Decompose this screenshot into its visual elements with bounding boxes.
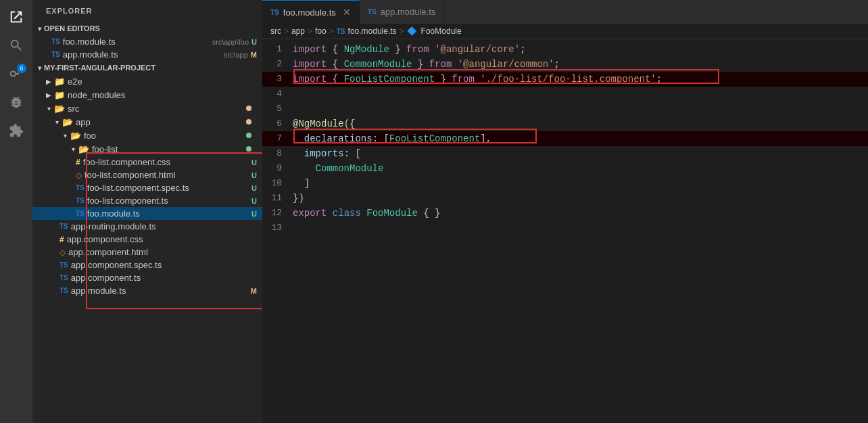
code-line-8: 8 imports: [ (262, 146, 868, 161)
chevron-down-icon: ▾ (51, 116, 62, 127)
folder-foo-list[interactable]: ▾ 📂 foo-list (32, 142, 262, 156)
chevron-down-icon: ▾ (38, 64, 41, 72)
sidebar-title: EXPLORER (32, 0, 262, 22)
open-editors-header[interactable]: ▾ OPEN EDITORS (32, 22, 262, 35)
code-line-3: 3 import { FooListComponent } from './fo… (262, 72, 868, 87)
chevron-down-icon: ▾ (59, 130, 70, 141)
chevron-down-icon: ▾ (38, 25, 41, 32)
file-app-module[interactable]: TS app.module.ts M (32, 284, 262, 297)
file-app-css[interactable]: # app.component.css (32, 233, 262, 246)
file-foo-list-ts[interactable]: TS foo-list.component.ts U (32, 194, 262, 207)
tabs-bar: TS foo.module.ts ✕ TS app.module.ts (262, 0, 868, 24)
ts-icon: TS (59, 274, 68, 282)
breadcrumb-app[interactable]: app (291, 26, 305, 36)
ts-icon: TS (51, 38, 60, 45)
debug-icon[interactable] (5, 91, 28, 114)
source-control-icon[interactable]: 6 (5, 62, 28, 85)
code-line-9: 9 CommonModule (262, 161, 868, 176)
folder-open-icon: 📂 (54, 104, 65, 114)
file-app-html[interactable]: ◇ app.component.html (32, 246, 262, 259)
folder-open-icon: 📂 (78, 144, 89, 154)
folder-app[interactable]: ▾ 📂 app (32, 115, 262, 129)
code-line-4: 4 (262, 87, 868, 102)
source-control-badge: 6 (17, 64, 26, 73)
sidebar: EXPLORER ▾ OPEN EDITORS TS foo.module.ts… (32, 0, 262, 423)
tab-app-module-label: app.module.ts (381, 7, 436, 17)
ts-icon: TS (51, 51, 60, 58)
folder-open-icon: 📂 (70, 131, 81, 141)
tab-app-module[interactable]: TS app.module.ts (360, 0, 444, 24)
untracked-dot (246, 133, 251, 138)
file-foo-list-spec[interactable]: TS foo-list.component.spec.ts U (32, 181, 262, 194)
code-line-13: 13 (262, 221, 868, 236)
folder-node-modules[interactable]: ▶ 📁 node_modules (32, 88, 262, 102)
file-foo-list-css[interactable]: # foo-list.component.css U (32, 156, 262, 169)
code-line-7: 7 declarations: [FooListComponent], (262, 131, 868, 146)
ts-breadcrumb-icon: TS (337, 28, 345, 35)
code-line-1: 1 import { NgModule } from '@angular/cor… (262, 42, 868, 57)
ts-icon: TS (59, 287, 68, 294)
folder-foo[interactable]: ▾ 📂 foo (32, 129, 262, 142)
code-line-12: 12 export class FooModule { } (262, 206, 868, 221)
extensions-icon[interactable] (5, 119, 28, 142)
file-app-routing[interactable]: TS app-routing.module.ts (32, 220, 262, 233)
html-icon: ◇ (59, 248, 66, 257)
ts-tab-icon: TS (368, 8, 377, 16)
ts-tab-icon: TS (270, 9, 279, 16)
code-line-2: 2 import { CommonModule } from '@angular… (262, 57, 868, 72)
ts-icon: TS (76, 210, 85, 217)
code-line-11: 11 }) (262, 191, 868, 206)
modified-dot (246, 119, 251, 125)
editor-area[interactable]: 1 import { NgModule } from '@angular/cor… (262, 39, 868, 423)
code-line-5: 5 (262, 102, 868, 116)
folder-icon: 📁 (54, 90, 65, 100)
modified-dot (246, 106, 251, 111)
code-line-10: 10 ] (262, 176, 868, 191)
folder-e2e[interactable]: ▶ 📁 e2e (32, 74, 262, 88)
breadcrumb-src[interactable]: src (270, 26, 281, 36)
tab-foo-module-label: foo.module.ts (283, 7, 336, 18)
open-editor-foo-module[interactable]: TS foo.module.ts src\app\foo U (32, 35, 262, 48)
css-icon: # (59, 235, 64, 244)
chevron-right-icon: ▶ (43, 76, 54, 87)
breadcrumb: src > app > foo > TS foo.module.ts > 🔷 F… (262, 24, 868, 39)
breadcrumb-filename[interactable]: foo.module.ts (348, 26, 397, 36)
css-icon: # (76, 158, 80, 167)
ts-icon: TS (76, 184, 85, 192)
chevron-down-icon: ▾ (43, 103, 54, 114)
ts-icon: TS (59, 223, 68, 230)
breadcrumb-class[interactable]: FooModule (421, 26, 462, 36)
project-header[interactable]: ▾ MY-FIRST-ANGULAR-PROJECT (32, 61, 262, 74)
ts-icon: TS (59, 261, 68, 269)
file-foo-module[interactable]: TS foo.module.ts U (32, 207, 262, 220)
ts-icon: TS (76, 197, 85, 204)
open-editor-app-module[interactable]: TS app.module.ts src\app M (32, 48, 262, 61)
chevron-right-icon: ▶ (43, 89, 54, 100)
html-icon: ◇ (76, 171, 82, 180)
activity-bar: 6 (0, 0, 32, 423)
tab-close-button[interactable]: ✕ (343, 7, 351, 18)
breadcrumb-foo[interactable]: foo (315, 26, 327, 36)
code-line-6: 6 @NgModule({ (262, 116, 868, 131)
file-app-spec[interactable]: TS app.component.spec.ts (32, 259, 262, 271)
untracked-dot (246, 146, 251, 152)
chevron-down-icon: ▾ (68, 143, 78, 154)
main-area: TS foo.module.ts ✕ TS app.module.ts src … (262, 0, 868, 423)
tab-foo-module[interactable]: TS foo.module.ts ✕ (262, 0, 360, 24)
files-icon[interactable] (5, 5, 28, 28)
folder-icon: 📁 (54, 76, 65, 87)
folder-open-icon: 📂 (62, 117, 73, 127)
file-app-ts[interactable]: TS app.component.ts (32, 271, 262, 284)
search-icon[interactable] (5, 34, 28, 57)
folder-src[interactable]: ▾ 📂 src (32, 102, 262, 115)
class-breadcrumb-icon: 🔷 (407, 26, 417, 36)
file-foo-list-html[interactable]: ◇ foo-list.component.html U (32, 169, 262, 181)
